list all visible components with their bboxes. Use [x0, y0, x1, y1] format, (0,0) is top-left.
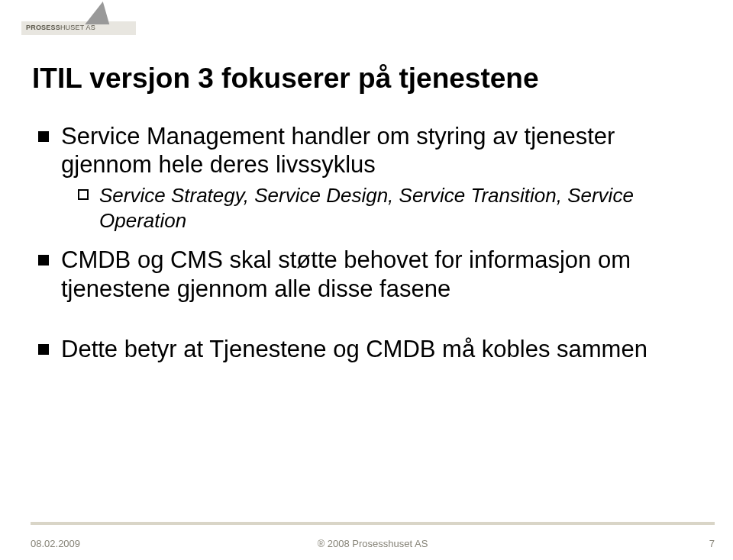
logo-brand-light: HUSET AS	[60, 24, 95, 31]
slide-footer: 08.02.2009 ® 2008 Prosesshuset AS 7	[31, 533, 715, 549]
bullet-hollow-square-icon	[78, 189, 89, 200]
bullet-level1: Service Management handler om styring av…	[38, 122, 702, 179]
bullet-text: Service Strategy, Service Design, Servic…	[99, 183, 702, 233]
logo-brand-strong: PROSESS	[26, 24, 60, 31]
slide-title: ITIL versjon 3 fokuserer på tjenestene	[32, 63, 539, 95]
slide-content: Service Management handler om styring av…	[38, 122, 702, 366]
bullet-level1: CMDB og CMS skal støtte behovet for info…	[38, 246, 702, 302]
footer-page-number: 7	[709, 538, 715, 549]
bullet-square-icon	[38, 344, 49, 355]
bullet-text: Service Management handler om styring av…	[61, 122, 702, 179]
logo-text: PROSESSHUSET AS	[26, 24, 95, 31]
bullet-level1: Dette betyr at Tjenestene og CMDB må kob…	[38, 335, 702, 363]
footer-divider	[31, 522, 715, 525]
bullet-square-icon	[38, 255, 49, 266]
company-logo: PROSESSHUSET AS	[21, 5, 136, 41]
bullet-text: CMDB og CMS skal støtte behovet for info…	[61, 246, 702, 302]
slide: PROSESSHUSET AS ITIL versjon 3 fokuserer…	[0, 0, 733, 560]
bullet-square-icon	[38, 131, 49, 142]
footer-copyright: ® 2008 Prosesshuset AS	[31, 538, 715, 549]
bullet-text: Dette betyr at Tjenestene og CMDB må kob…	[61, 335, 647, 363]
bullet-level2: Service Strategy, Service Design, Servic…	[78, 183, 702, 233]
